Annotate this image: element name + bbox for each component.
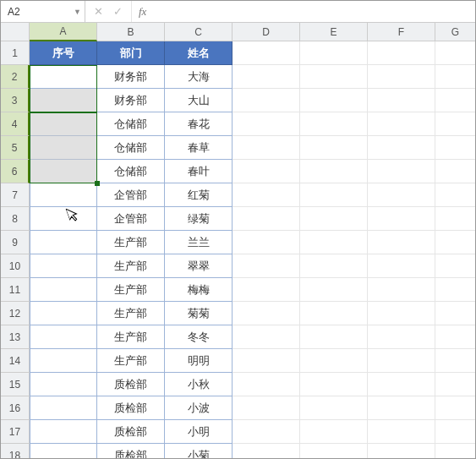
row-header-10[interactable]: 10 bbox=[1, 254, 30, 278]
cell-C16[interactable]: 小波 bbox=[165, 396, 233, 420]
cell-D7[interactable] bbox=[233, 183, 300, 207]
cell-E7[interactable] bbox=[300, 183, 368, 207]
col-header-F[interactable]: F bbox=[368, 23, 435, 41]
col-header-A[interactable]: A bbox=[30, 23, 97, 41]
row-header-3[interactable]: 3 bbox=[1, 89, 30, 112]
cell-D9[interactable] bbox=[233, 231, 300, 254]
row-header-6[interactable]: 6 bbox=[1, 160, 30, 183]
cell-G17[interactable] bbox=[435, 420, 475, 444]
cell-B6[interactable]: 仓储部 bbox=[97, 160, 165, 183]
cell-F12[interactable] bbox=[368, 302, 435, 325]
cell-E2[interactable] bbox=[300, 65, 368, 89]
row-header-15[interactable]: 15 bbox=[1, 373, 30, 396]
cell-A11[interactable] bbox=[30, 278, 97, 302]
cell-E10[interactable] bbox=[300, 254, 368, 278]
row-header-9[interactable]: 9 bbox=[1, 231, 30, 254]
cell-C2[interactable]: 大海 bbox=[165, 65, 233, 89]
cell-D2[interactable] bbox=[233, 65, 300, 89]
cancel-icon[interactable]: ✕ bbox=[94, 5, 103, 18]
cell-C9[interactable]: 兰兰 bbox=[165, 231, 233, 254]
cell-B8[interactable]: 企管部 bbox=[97, 207, 165, 231]
cell-E3[interactable] bbox=[300, 89, 368, 112]
cell-E8[interactable] bbox=[300, 207, 368, 231]
col-header-G[interactable]: G bbox=[435, 23, 475, 41]
cell-C17[interactable]: 小明 bbox=[165, 420, 233, 444]
cell-C5[interactable]: 春草 bbox=[165, 136, 233, 160]
cell-A5[interactable] bbox=[30, 136, 97, 160]
row-header-16[interactable]: 16 bbox=[1, 396, 30, 420]
cell-D6[interactable] bbox=[233, 160, 300, 183]
row-header-12[interactable]: 12 bbox=[1, 302, 30, 325]
row-header-13[interactable]: 13 bbox=[1, 325, 30, 349]
cell-B14[interactable]: 生产部 bbox=[97, 349, 165, 373]
cell-C18[interactable]: 小菊 bbox=[165, 444, 233, 458]
cell-F8[interactable] bbox=[368, 207, 435, 231]
cell-F3[interactable] bbox=[368, 89, 435, 112]
cell-C3[interactable]: 大山 bbox=[165, 89, 233, 112]
cell-A7[interactable] bbox=[30, 183, 97, 207]
cell-B13[interactable]: 生产部 bbox=[97, 325, 165, 349]
cell-G7[interactable] bbox=[435, 183, 475, 207]
cell-E5[interactable] bbox=[300, 136, 368, 160]
cell-C10[interactable]: 翠翠 bbox=[165, 254, 233, 278]
cell-G16[interactable] bbox=[435, 396, 475, 420]
cell-F18[interactable] bbox=[368, 444, 435, 458]
cell-G8[interactable] bbox=[435, 207, 475, 231]
cell-E16[interactable] bbox=[300, 396, 368, 420]
cell-G4[interactable] bbox=[435, 112, 475, 136]
cell-D16[interactable] bbox=[233, 396, 300, 420]
cell-F11[interactable] bbox=[368, 278, 435, 302]
cell-E6[interactable] bbox=[300, 160, 368, 183]
cell-D1[interactable] bbox=[233, 41, 300, 65]
cell-F10[interactable] bbox=[368, 254, 435, 278]
cell-B16[interactable]: 质检部 bbox=[97, 396, 165, 420]
cell-D11[interactable] bbox=[233, 278, 300, 302]
cell-B11[interactable]: 生产部 bbox=[97, 278, 165, 302]
cell-E17[interactable] bbox=[300, 420, 368, 444]
cell-D14[interactable] bbox=[233, 349, 300, 373]
cell-B5[interactable]: 仓储部 bbox=[97, 136, 165, 160]
cell-A18[interactable] bbox=[30, 444, 97, 458]
cell-A8[interactable] bbox=[30, 207, 97, 231]
cell-F9[interactable] bbox=[368, 231, 435, 254]
cell-F16[interactable] bbox=[368, 396, 435, 420]
cell-A3[interactable] bbox=[30, 89, 97, 112]
cell-B17[interactable]: 质检部 bbox=[97, 420, 165, 444]
cell-E14[interactable] bbox=[300, 349, 368, 373]
row-header-2[interactable]: 2 bbox=[1, 65, 30, 89]
cell-A1[interactable]: 序号 bbox=[30, 41, 97, 65]
row-header-18[interactable]: 18 bbox=[1, 444, 30, 458]
cell-E4[interactable] bbox=[300, 112, 368, 136]
row-header-5[interactable]: 5 bbox=[1, 136, 30, 160]
col-header-D[interactable]: D bbox=[233, 23, 300, 41]
row-header-14[interactable]: 14 bbox=[1, 349, 30, 373]
name-box[interactable]: A2 ▼ bbox=[1, 1, 85, 23]
cell-A15[interactable] bbox=[30, 373, 97, 396]
cell-C13[interactable]: 冬冬 bbox=[165, 325, 233, 349]
cell-G1[interactable] bbox=[435, 41, 475, 65]
cell-D12[interactable] bbox=[233, 302, 300, 325]
cell-E13[interactable] bbox=[300, 325, 368, 349]
cell-G11[interactable] bbox=[435, 278, 475, 302]
cell-C15[interactable]: 小秋 bbox=[165, 373, 233, 396]
row-header-7[interactable]: 7 bbox=[1, 183, 30, 207]
cell-grid[interactable]: 序号部门姓名财务部大海财务部大山仓储部春花仓储部春草仓储部春叶企管部红菊企管部绿… bbox=[30, 41, 475, 458]
cell-B18[interactable]: 质检部 bbox=[97, 444, 165, 458]
dropdown-icon[interactable]: ▼ bbox=[74, 8, 81, 16]
cell-G2[interactable] bbox=[435, 65, 475, 89]
cell-A4[interactable] bbox=[30, 112, 97, 136]
row-header-8[interactable]: 8 bbox=[1, 207, 30, 231]
cell-D13[interactable] bbox=[233, 325, 300, 349]
cell-C11[interactable]: 梅梅 bbox=[165, 278, 233, 302]
cell-C1[interactable]: 姓名 bbox=[165, 41, 233, 65]
cell-G13[interactable] bbox=[435, 325, 475, 349]
cell-A9[interactable] bbox=[30, 231, 97, 254]
confirm-icon[interactable]: ✓ bbox=[113, 5, 123, 18]
cell-F2[interactable] bbox=[368, 65, 435, 89]
cell-B12[interactable]: 生产部 bbox=[97, 302, 165, 325]
row-header-1[interactable]: 1 bbox=[1, 41, 30, 65]
cell-C12[interactable]: 菊菊 bbox=[165, 302, 233, 325]
cell-C14[interactable]: 明明 bbox=[165, 349, 233, 373]
cell-A6[interactable] bbox=[30, 160, 97, 183]
cell-A10[interactable] bbox=[30, 254, 97, 278]
